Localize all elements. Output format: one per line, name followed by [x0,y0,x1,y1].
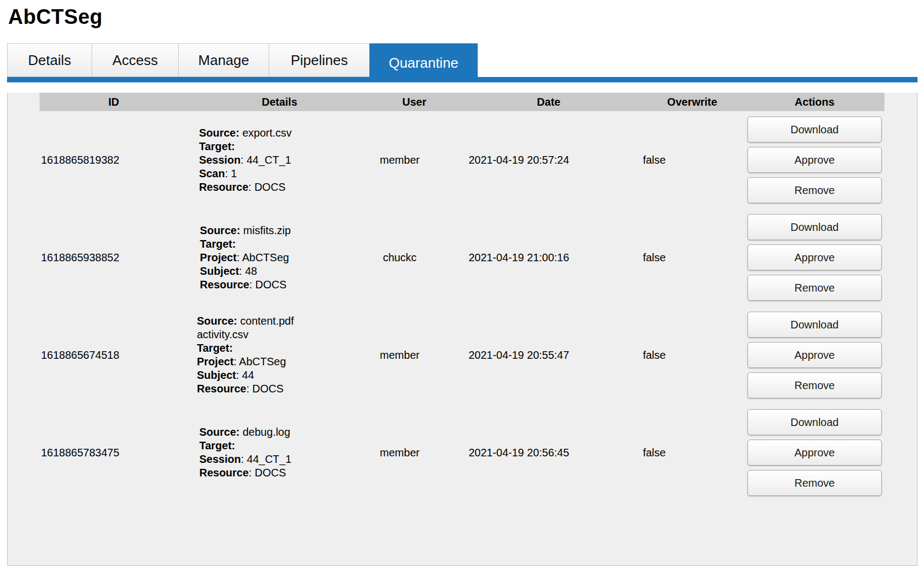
quarantine-panel: ID Details User Date Overwrite Actions 1… [7,93,918,566]
approve-button[interactable]: Approve [747,147,882,173]
tab-bar: Details Access Manage Pipelines Quaranti… [7,43,918,82]
table-row: 1618865783475 Source: debug.log Target: … [40,404,884,501]
detail-line: Target: [200,237,291,251]
row-user-cell: member [370,447,430,459]
row-id-cell: 1618865783475 [40,447,121,459]
detail-line: Subject: 48 [200,264,291,278]
download-button[interactable]: Download [747,117,882,143]
download-button[interactable]: Download [747,312,882,338]
remove-button[interactable]: Remove [747,470,882,496]
row-overwrite-cell: false [608,349,700,362]
row-overwrite-cell: false [608,154,700,166]
remove-button[interactable]: Remove [747,372,882,398]
detail-line: Source: content.pdf [197,314,294,328]
detail-line: Session: 44_CT_1 [199,153,291,167]
row-date-cell: 2021-04-19 20:56:45 [430,447,608,459]
row-actions-cell: Download Approve Remove [700,117,884,203]
detail-line: Resource: DOCS [197,382,294,396]
row-details-cell: Source: debug.log Target: Session: 44_CT… [121,425,370,480]
row-details-cell: Source: misfits.zip Target: Project: AbC… [121,224,370,292]
detail-line: activity.csv [197,328,294,341]
row-date-cell: 2021-04-19 20:55:47 [430,349,608,362]
detail-line: Source: export.csv [199,126,291,140]
row-details-cell: Source: content.pdf activity.csv Target:… [121,314,370,396]
approve-button[interactable]: Approve [747,440,882,466]
tab-quarantine[interactable]: Quarantine [369,43,478,82]
detail-line: Session: 44_CT_1 [199,453,291,466]
remove-button[interactable]: Remove [747,177,882,203]
detail-line: Project: AbCTSeg [200,251,291,264]
download-button[interactable]: Download [747,214,882,240]
column-header-actions: Actions [745,96,884,108]
tab-access[interactable]: Access [92,43,179,77]
row-actions-cell: Download Approve Remove [700,312,884,398]
remove-button[interactable]: Remove [747,275,882,301]
row-actions-cell: Download Approve Remove [700,214,884,301]
page-title: AbCTSeg [8,5,924,29]
detail-line: Resource: DOCS [199,180,291,194]
column-header-overwrite: Overwrite [640,96,745,108]
row-details-cell: Source: export.csv Target: Session: 44_C… [121,126,370,194]
row-id-cell: 1618865674518 [40,349,121,362]
row-date-cell: 2021-04-19 20:57:24 [430,154,608,166]
table-header-row: ID Details User Date Overwrite Actions [40,93,884,111]
approve-button[interactable]: Approve [747,342,882,368]
tab-manage[interactable]: Manage [178,43,269,77]
row-overwrite-cell: false [608,251,700,264]
detail-line: Resource: DOCS [199,466,291,480]
column-header-details: Details [188,96,371,108]
row-user-cell: chuckc [370,251,430,264]
row-user-cell: member [370,349,430,362]
approve-button[interactable]: Approve [747,244,882,270]
row-id-cell: 1618865938852 [40,251,121,264]
detail-line: Target: [199,140,291,153]
tab-details[interactable]: Details [7,43,92,77]
page: AbCTSeg Details Access Manage Pipelines … [0,0,924,568]
detail-line: Project: AbCTSeg [197,355,294,369]
download-button[interactable]: Download [747,409,882,435]
detail-line: Target: [197,341,294,355]
table-row: 1618865819382 Source: export.csv Target:… [40,111,884,209]
detail-line: Resource: DOCS [200,278,291,292]
column-header-date: Date [458,96,640,108]
detail-line: Subject: 44 [197,369,294,382]
detail-line: Target: [199,439,291,453]
table-row: 1618865674518 Source: content.pdf activi… [40,306,884,404]
tab-pipelines[interactable]: Pipelines [269,43,370,77]
row-date-cell: 2021-04-19 21:00:16 [430,251,608,264]
row-actions-cell: Download Approve Remove [700,409,884,496]
table-row: 1618865938852 Source: misfits.zip Target… [40,209,884,306]
detail-line: Source: misfits.zip [200,224,291,237]
column-header-user: User [371,96,458,108]
detail-line: Scan: 1 [199,167,291,180]
row-id-cell: 1618865819382 [40,154,121,166]
row-user-cell: member [370,154,430,166]
detail-line: Source: debug.log [199,425,291,439]
quarantine-table: ID Details User Date Overwrite Actions 1… [40,93,884,501]
column-header-id: ID [40,96,188,108]
row-overwrite-cell: false [608,447,700,459]
